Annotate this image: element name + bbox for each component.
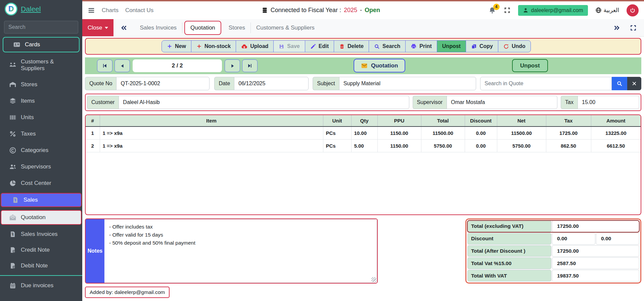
sidebar-item-supervisors[interactable]: Supervisors [0,160,82,173]
sidebar-item-cards[interactable]: Cards [3,37,80,52]
sidebar-item-taxes[interactable]: Taxes [0,127,82,141]
close-label: Close [88,24,102,31]
tab-stores[interactable]: Stores [223,22,251,33]
customer-label: Customer [87,96,119,109]
discount-value-2[interactable]: 0.00 [596,233,639,245]
discount-label: Discount [467,233,551,245]
brand[interactable]: D Daleel [0,0,82,18]
copy-icon [471,44,477,49]
cell-tax: 862.50 [546,139,591,152]
cell-total: 5750.00 [421,139,465,152]
sidebar-item-quotation[interactable]: Quotation [1,210,82,225]
sidebar-item-sales[interactable]: $ Sales [1,193,82,207]
search-in-quote-input[interactable] [480,77,612,90]
header-right: 4 daleelerp@gmail.com العربية [488,4,639,16]
undo-refresh-icon [503,44,509,49]
copy-button[interactable]: Copy [466,40,498,52]
tab-customers-suppliers[interactable]: Customers & Suppliers [251,22,320,33]
post-status-badge[interactable]: Unpost [512,59,548,72]
tab-quotation[interactable]: Quotation [184,21,221,35]
new-button[interactable]: New [162,40,191,52]
fullscreen-button[interactable] [630,24,637,31]
nav-link-contact-us[interactable]: Contact Us [125,7,153,14]
account-button[interactable]: daleelerp@gmail.com [518,5,588,16]
scroll-tabs-left-button[interactable] [113,24,134,32]
scroll-tabs-right-button[interactable] [613,24,620,32]
search-in-quote-button[interactable] [612,77,627,90]
first-record-button[interactable] [97,59,112,72]
logout-button[interactable] [627,4,639,16]
sidebar-item-due-invoices[interactable]: Due invoices [0,279,82,292]
notifications-button[interactable]: 4 [488,6,496,14]
hamburger-menu-icon[interactable] [88,7,95,14]
last-record-button[interactable] [242,59,258,72]
language-switch[interactable]: العربية [595,7,619,14]
notes-textarea[interactable]: - Offer includes tax - Offer valid for 1… [104,219,377,283]
date-field: Date [214,77,309,90]
sidebar-item-units[interactable]: Units [0,111,82,124]
supervisor-input[interactable] [447,96,557,109]
subject-input[interactable] [339,77,476,90]
total-vat-row: Total Vat %15.00 2587.50 [467,257,639,269]
delete-button[interactable]: Delete [334,40,369,52]
x-close-icon [632,81,637,86]
brand-name[interactable]: Daleel [21,5,41,13]
next-record-button[interactable] [225,59,240,72]
double-chevron-left-icon [120,24,128,32]
tab-bar: Close Sales Invoices Quotation Stores Cu… [82,19,644,37]
save-button[interactable]: Save [273,40,305,52]
table-row[interactable]: 2 1 => x9a PCs 5.00 1150.00 5750.00 0.00… [86,139,641,152]
search-button[interactable]: Search [369,40,406,52]
cloud-upload-icon [241,43,247,50]
tax-input[interactable] [578,96,639,109]
tax-field: Tax [561,96,639,109]
table-row[interactable]: 1 1 => x9a PCs 10.00 1150.00 11500.00 0.… [86,127,641,139]
document-type-badge[interactable]: Quotation [354,59,405,72]
customer-input[interactable] [119,96,409,109]
sidebar-item-debit-note[interactable]: Debit Note [0,259,82,272]
cell-index: 1 [86,127,100,139]
search-icon [374,44,380,49]
sidebar-search-input[interactable] [4,21,78,33]
sidebar-item-cost-center[interactable]: Cost Center [0,177,82,190]
unpost-button[interactable]: Unpost [437,40,466,52]
cell-item: 1 => x9a [100,127,323,139]
quote-no-input[interactable] [116,77,210,90]
clear-search-button[interactable] [627,77,641,90]
edit-button[interactable]: Edit [305,40,334,52]
expand-arrows-button[interactable] [504,7,511,14]
sidebar-item-credit-note[interactable]: Credit Note [0,244,82,256]
items-table: # Item Unit Qty PPU Total Discount Net T… [86,115,641,152]
svg-text:D: D [8,5,14,13]
skip-last-icon [247,63,252,68]
sidebar-item-label: Sales [24,197,38,203]
notification-count-badge: 4 [493,4,500,10]
record-navigation: 2 / 2 Quotation Unpost [85,57,641,74]
sidebar-item-customers-suppliers[interactable]: Customers & Suppliers [0,55,82,75]
date-input[interactable] [234,77,309,90]
resize-grip[interactable] [371,277,376,282]
customer-field: Customer [87,96,409,109]
double-chevron-right-icon [613,24,620,32]
nav-link-charts[interactable]: Charts [102,7,119,14]
globe-icon [595,7,602,13]
sidebar-item-categories[interactable]: Categories [0,144,82,157]
database-icon [262,7,268,13]
upload-button[interactable]: Upload [236,40,274,52]
sidebar-item-label: Supervisors [21,163,51,170]
non-stock-button[interactable]: Non-stock [191,40,236,52]
sidebar-item-sales-invoices[interactable]: $ Sales Invoices [0,228,82,241]
sidebar-item-stores[interactable]: Stores [0,78,82,91]
undo-button[interactable]: Undo [498,40,531,52]
plus-icon [167,44,172,49]
invoice-dollar-icon: $ [11,197,19,203]
cell-discount: 0.00 [465,127,497,139]
barcode-icon [9,114,17,121]
tab-sales-invoices[interactable]: Sales Invoices [134,22,182,33]
discount-value-1[interactable]: 0.00 [552,233,595,245]
print-button[interactable]: Print [405,40,437,52]
previous-record-button[interactable] [114,59,130,72]
sidebar-item-items[interactable]: Items [0,94,82,108]
close-button[interactable]: Close [82,19,113,36]
customer-row: Customer Supervisor Tax [85,94,641,111]
